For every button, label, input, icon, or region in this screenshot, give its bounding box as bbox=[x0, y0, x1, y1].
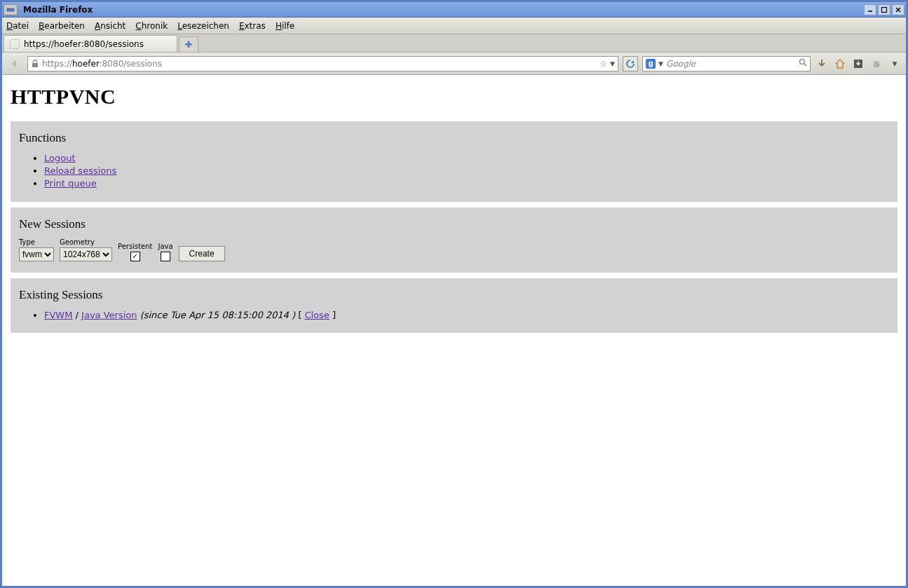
menu-hilfe[interactable]: Hilfe bbox=[276, 21, 294, 31]
search-placeholder: Google bbox=[666, 59, 796, 69]
bookmark-star-icon[interactable]: ☆ bbox=[599, 59, 607, 69]
persistent-label: Persistent bbox=[118, 242, 152, 250]
svg-rect-0 bbox=[7, 8, 14, 11]
create-button[interactable]: Create bbox=[179, 246, 225, 261]
session-fvwm-link[interactable]: FVWM bbox=[44, 310, 72, 320]
menu-lesezeichen[interactable]: Lesezeichen bbox=[177, 21, 229, 31]
home-icon[interactable] bbox=[833, 57, 847, 71]
search-engine-icon[interactable]: g bbox=[646, 59, 656, 69]
svg-rect-5 bbox=[32, 63, 38, 67]
logout-link[interactable]: Logout bbox=[44, 153, 76, 163]
search-submit-icon[interactable] bbox=[799, 58, 807, 69]
print-queue-link[interactable]: Print queue bbox=[44, 178, 97, 189]
download-box-icon[interactable] bbox=[851, 57, 865, 71]
geometry-select[interactable]: 1024x768 bbox=[60, 247, 112, 261]
existing-sessions-panel: Existing Sessions FVWM / Java Version (s… bbox=[11, 278, 897, 333]
favicon-placeholder-icon bbox=[10, 39, 20, 49]
tab-label: https://hoefer:8080/sessions bbox=[24, 39, 144, 49]
toolbar-dropdown-icon[interactable]: ▼ bbox=[888, 57, 902, 71]
addon-puzzle-icon[interactable] bbox=[869, 57, 883, 71]
url-bar[interactable]: https://hoefer:8080/sessions ☆ ▼ bbox=[27, 56, 618, 71]
java-label: Java bbox=[158, 242, 172, 250]
new-sessions-heading: New Sessions bbox=[19, 217, 892, 231]
new-sessions-panel: New Sessions Type fvwm Geometry 1024x768… bbox=[11, 207, 897, 273]
geometry-label: Geometry bbox=[60, 238, 112, 246]
navigation-toolbar: https://hoefer:8080/sessions ☆ ▼ g ▼ Goo… bbox=[2, 53, 906, 75]
menu-datei[interactable]: Datei bbox=[6, 21, 29, 31]
type-label: Type bbox=[19, 238, 54, 246]
session-since-text: (since Tue Apr 15 08:15:00 2014 ) bbox=[140, 310, 295, 320]
url-text: https://hoefer:8080/sessions bbox=[42, 59, 597, 69]
svg-point-6 bbox=[800, 60, 805, 64]
back-button[interactable] bbox=[6, 56, 23, 71]
url-dropdown-icon[interactable]: ▼ bbox=[610, 60, 615, 67]
lock-icon bbox=[31, 60, 39, 68]
type-select[interactable]: fvwm bbox=[19, 247, 54, 261]
search-box[interactable]: g ▼ Google bbox=[642, 56, 811, 71]
session-java-link[interactable]: Java Version bbox=[81, 310, 137, 320]
menu-extras[interactable]: Extras bbox=[239, 21, 266, 31]
search-engine-dropdown-icon[interactable]: ▼ bbox=[658, 60, 663, 67]
java-checkbox[interactable] bbox=[161, 252, 170, 261]
svg-rect-2 bbox=[882, 7, 887, 12]
session-item: FVWM / Java Version (since Tue Apr 15 08… bbox=[44, 309, 892, 322]
page-title: HTTPVNC bbox=[11, 85, 897, 109]
persistent-checkbox[interactable]: ✓ bbox=[130, 252, 140, 261]
menu-bearbeiten[interactable]: Bearbeiten bbox=[39, 21, 85, 31]
downloads-arrow-icon[interactable] bbox=[815, 57, 829, 71]
maximize-button[interactable] bbox=[878, 4, 890, 15]
functions-panel: Functions Logout Reload sessions Print q… bbox=[11, 121, 897, 202]
window-titlebar: Mozilla Firefox bbox=[2, 2, 906, 18]
browser-tab[interactable]: https://hoefer:8080/sessions bbox=[4, 35, 177, 52]
system-menu-icon[interactable] bbox=[4, 4, 18, 15]
window-title: Mozilla Firefox bbox=[20, 5, 864, 15]
svg-line-7 bbox=[804, 64, 806, 66]
window-controls bbox=[864, 4, 906, 15]
menubar: Datei Bearbeiten Ansicht Chronik Lesezei… bbox=[2, 18, 906, 34]
close-button[interactable] bbox=[892, 4, 904, 15]
tab-bar: https://hoefer:8080/sessions ✚ bbox=[2, 34, 906, 53]
reload-sessions-link[interactable]: Reload sessions bbox=[44, 165, 116, 176]
existing-sessions-heading: Existing Sessions bbox=[19, 288, 892, 302]
minimize-button[interactable] bbox=[864, 4, 876, 15]
page-content: HTTPVNC Functions Logout Reload sessions… bbox=[2, 75, 906, 586]
menu-chronik[interactable]: Chronik bbox=[135, 21, 168, 31]
new-tab-button[interactable]: ✚ bbox=[179, 36, 198, 52]
session-close-link[interactable]: Close bbox=[304, 310, 329, 320]
reload-button[interactable] bbox=[623, 56, 638, 71]
functions-heading: Functions bbox=[19, 131, 892, 145]
menu-ansicht[interactable]: Ansicht bbox=[95, 21, 126, 31]
